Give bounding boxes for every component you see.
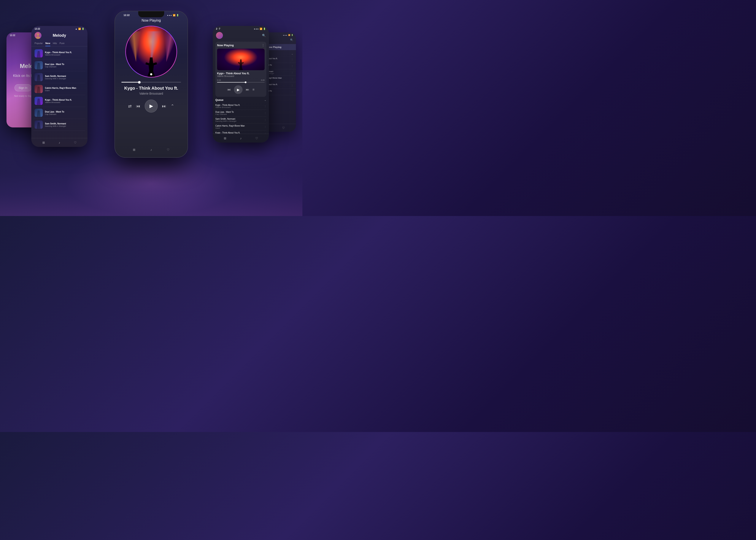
notch [138,11,164,17]
main-status-icons: ▲▲▲ 📶 🔋 [167,14,179,16]
chevron-up-icon[interactable]: ⌃ [171,103,174,109]
melody-heart-icon[interactable]: ♡ [282,126,286,130]
queue-item-title-5: Kygo - Think About You ft. [215,132,264,134]
melody-dots-3[interactable]: ⋮ [291,71,293,74]
detail-grid-icon[interactable]: ⊞ [223,136,227,140]
detail-status-bar: 2 · 7 ▲▲▲ 📶 🔋 [213,26,269,31]
detail-music-icon[interactable]: ♪ [239,136,243,140]
now-playing-section: Now Playing ⋮ Kygo - Think About You ft.… [215,42,266,97]
queue-item[interactable]: Dua Lipa - Want To Cap Oiamant ⋮ [215,110,266,117]
detail-header: 🔍 [213,31,269,40]
np-dots-icon[interactable]: ⋮ [262,44,265,47]
melody-status-icons: ▲▲▲ 📶 🔋 [283,34,293,36]
tab-pure[interactable]: Pure [60,41,64,46]
melody-dots-4[interactable]: ⋮ [291,78,293,80]
list-item[interactable]: Sam Smith, Normani Dancing With A Strang… [34,71,85,83]
list-bottom-nav: ⊞ ♪ ♡ [31,138,87,147]
np-song-artist: Valerie Broussard [217,75,265,77]
list-item[interactable]: Dua Lipa - Want To Cap Diamant [34,60,85,71]
phone-main: 12:22 ▲▲▲ 📶 🔋 Now Playing [114,11,188,158]
detail-play-button[interactable]: ▶ [234,85,243,94]
song-title-1: Kygo - Think About You ft. [45,51,84,54]
main-progress-area [119,82,183,82]
main-progress-thumb [138,81,141,83]
shuffle-button[interactable]: ⇄ [128,103,132,109]
np-song-title: Kygo - Think About You ft. [217,72,265,75]
list-tabs: Popular New Hits Pure [31,41,87,47]
list-item[interactable]: Kygo - Think About You ft. Valerie Brous… [34,48,85,60]
detail-forward-button[interactable]: ⏭ [246,88,249,91]
rewind-button[interactable]: ⏮ [136,104,140,109]
fast-forward-button[interactable]: ⏭ [162,104,166,109]
queue-item[interactable]: Calvin Harris, Rag'n'Bone Man Giant ⋮ [215,124,266,130]
queue-item[interactable]: Sam Smith, Normani Dancing With A Strang… [215,117,266,124]
song-title-3: Sam Smith, Normani [45,75,84,77]
detail-status-icons: ▲▲▲ 📶 🔋 [254,28,266,30]
song-info-2: Dua Lipa - Want To Cap Diamant [45,63,84,68]
queue-item[interactable]: Kygo - Think About You ft. Valerie Brous… [215,103,266,110]
melody-dots-2[interactable]: ⋮ [291,65,293,67]
song-info-7: Sam Smith, Normani Dancing With A Strang… [45,122,84,127]
list-item[interactable]: Dua Lipa - Want To Cap Diamant [34,107,85,119]
album-ring [125,26,177,77]
search-icon[interactable]: 🔍 [262,34,266,37]
song-artist-5: Valerie Broussard [45,101,84,103]
play-button[interactable]: ▶ [145,99,158,112]
music-note-icon[interactable]: ♪ [57,140,62,145]
progress-times: 0:15 3:20 [217,79,265,81]
main-song-artist: Valerie Broussard [124,92,178,95]
np-art-scene [217,49,265,70]
queue-info-3: Sam Smith, Normani Dancing With A Strang… [215,118,264,122]
tab-new[interactable]: New [45,41,50,46]
detail-queue-icon[interactable]: ≡ [253,88,254,91]
grid-icon[interactable]: ⊞ [42,140,46,145]
list-item[interactable]: Sam Smith, Normani Dancing With A Strang… [34,119,85,131]
detail-progress-thumb [245,81,246,83]
concert-scene [126,26,177,77]
list-header: Melody [31,31,87,41]
list-item[interactable]: Calvin Harris, Rag'n'Bone Man Giant [34,83,85,95]
queue-item-artist-3: Dancing With A Stranger [215,120,264,122]
detail-progress-bar[interactable] [217,82,265,82]
queue-section: Queue ⌄ Kygo - Think About You ft. Valer… [215,98,266,134]
melody-dots-6[interactable]: ⋮ [291,91,293,93]
song-thumb-7 [35,120,43,129]
detail-heart-icon[interactable]: ♡ [254,136,259,140]
main-progress-bar[interactable] [121,82,181,82]
heart-icon[interactable]: ♡ [73,140,77,145]
signin-button[interactable]: Sign In [15,84,31,91]
queue-chevron-icon[interactable]: ⌄ [264,98,266,101]
tab-popular[interactable]: Popular [35,41,43,46]
np-art [217,49,265,70]
current-time: 0:15 [217,79,221,81]
phone-list: 12:22 ▲ 📶 🔋 Melody Popular New Hits Pure [31,26,87,147]
melody-search-icon[interactable]: 🔍 [290,39,293,42]
queue-dots-3[interactable]: ⋮ [264,119,266,121]
melody-dots-1[interactable]: ⋮ [291,58,293,61]
queue-dots-1[interactable]: ⋮ [264,105,266,107]
tab-hits[interactable]: Hits [53,41,57,46]
detail-rewind-button[interactable]: ⏮ [227,88,231,91]
queue-info-1: Kygo - Think About You ft. Valerie Brous… [215,104,264,108]
main-controls: ⇄ ⏮ ▶ ⏭ ⌃ [119,99,183,112]
detail-controls: ⏮ ▶ ⏭ ≡ [217,84,265,95]
queue-title: Queue [215,98,223,101]
song-list: Kygo - Think About You ft. Valerie Brous… [31,48,87,138]
melody-queue-chevron[interactable]: ⌄ [291,52,293,55]
queue-dots-4[interactable]: ⋮ [264,126,266,128]
song-artist-6: Cap Diamant [45,113,84,115]
concert-lights [126,31,177,62]
queue-item[interactable]: Kygo - Think About You ft. Valerie Brous… [215,130,266,134]
fog-overlay [0,173,303,216]
main-heart-icon[interactable]: ♡ [166,148,171,152]
queue-dots-2[interactable]: ⋮ [264,112,266,114]
album-art [126,26,177,77]
queue-item-title-2: Dua Lipa - Want To [215,111,264,113]
main-music-icon[interactable]: ♪ [149,148,153,152]
melody-dots-5[interactable]: ⋮ [291,84,293,86]
main-grid-icon[interactable]: ⊞ [132,148,136,152]
queue-info-5: Kygo - Think About You ft. Valerie Brous… [215,132,264,134]
song-info-5: Kygo - Think About You ft. Valerie Brous… [45,98,84,103]
list-item[interactable]: Kygo - Think About You ft. Valerie Brous… [34,95,85,107]
queue-item-title-1: Kygo - Think About You ft. [215,104,264,106]
